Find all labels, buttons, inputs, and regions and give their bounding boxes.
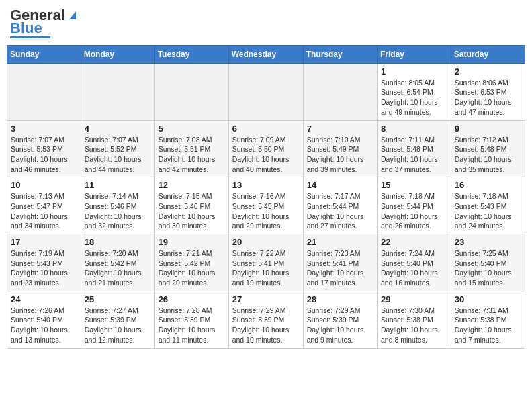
calendar-day-cell: 16Sunrise: 7:18 AM Sunset: 5:43 PM Dayli…	[451, 177, 525, 234]
day-info: Sunrise: 7:10 AM Sunset: 5:49 PM Dayligh…	[307, 135, 373, 175]
day-info: Sunrise: 8:05 AM Sunset: 6:54 PM Dayligh…	[381, 78, 447, 118]
day-number: 8	[381, 124, 447, 134]
day-number: 14	[307, 180, 373, 190]
calendar-day-cell: 11Sunrise: 7:14 AM Sunset: 5:46 PM Dayli…	[81, 177, 154, 234]
day-info: Sunrise: 7:08 AM Sunset: 5:51 PM Dayligh…	[159, 135, 225, 175]
calendar-day-cell: 6Sunrise: 7:09 AM Sunset: 5:50 PM Daylig…	[228, 120, 303, 177]
calendar-week-row: 17Sunrise: 7:19 AM Sunset: 5:43 PM Dayli…	[7, 234, 525, 291]
calendar-day-cell: 30Sunrise: 7:31 AM Sunset: 5:38 PM Dayli…	[451, 291, 525, 348]
day-number: 25	[85, 294, 151, 304]
calendar-header-monday: Monday	[81, 45, 154, 63]
logo-underline	[10, 36, 50, 38]
day-info: Sunrise: 7:29 AM Sunset: 5:39 PM Dayligh…	[307, 306, 373, 345]
day-number: 30	[455, 294, 521, 304]
logo: General Blue	[10, 7, 79, 38]
day-number: 24	[11, 294, 77, 304]
day-number: 15	[381, 180, 447, 190]
calendar-day-cell: 14Sunrise: 7:17 AM Sunset: 5:44 PM Dayli…	[303, 177, 377, 234]
day-info: Sunrise: 7:28 AM Sunset: 5:39 PM Dayligh…	[159, 306, 225, 345]
day-info: Sunrise: 7:12 AM Sunset: 5:48 PM Dayligh…	[455, 135, 521, 175]
day-number: 13	[232, 180, 300, 190]
calendar-day-cell: 24Sunrise: 7:26 AM Sunset: 5:40 PM Dayli…	[7, 291, 81, 348]
day-number: 9	[455, 124, 521, 134]
day-info: Sunrise: 7:15 AM Sunset: 5:46 PM Dayligh…	[159, 191, 225, 231]
day-info: Sunrise: 7:25 AM Sunset: 5:40 PM Dayligh…	[455, 248, 521, 288]
calendar-day-cell: 7Sunrise: 7:10 AM Sunset: 5:49 PM Daylig…	[303, 120, 377, 177]
day-number: 6	[232, 124, 300, 134]
calendar-header-wednesday: Wednesday	[228, 45, 303, 63]
day-info: Sunrise: 7:13 AM Sunset: 5:47 PM Dayligh…	[11, 191, 77, 231]
day-info: Sunrise: 7:31 AM Sunset: 5:38 PM Dayligh…	[455, 306, 521, 345]
calendar-day-cell: 2Sunrise: 8:06 AM Sunset: 6:53 PM Daylig…	[451, 63, 525, 120]
day-number: 1	[381, 66, 447, 77]
day-info: Sunrise: 7:20 AM Sunset: 5:42 PM Dayligh…	[85, 248, 151, 288]
day-number: 26	[159, 294, 225, 304]
calendar-day-cell: 13Sunrise: 7:16 AM Sunset: 5:45 PM Dayli…	[228, 177, 303, 234]
day-info: Sunrise: 7:24 AM Sunset: 5:40 PM Dayligh…	[381, 248, 447, 288]
day-info: Sunrise: 7:19 AM Sunset: 5:43 PM Dayligh…	[11, 248, 77, 288]
calendar-day-cell: 9Sunrise: 7:12 AM Sunset: 5:48 PM Daylig…	[451, 120, 525, 177]
calendar-header-friday: Friday	[378, 45, 451, 63]
calendar-day-cell: 23Sunrise: 7:25 AM Sunset: 5:40 PM Dayli…	[451, 234, 525, 291]
calendar-header-tuesday: Tuesday	[154, 45, 228, 63]
day-info: Sunrise: 7:09 AM Sunset: 5:50 PM Dayligh…	[232, 135, 300, 175]
page: General Blue SundayMondayTuesdayWednesda…	[0, 0, 532, 355]
day-info: Sunrise: 7:16 AM Sunset: 5:45 PM Dayligh…	[232, 191, 300, 231]
day-number: 12	[159, 180, 225, 190]
calendar-day-cell: 1Sunrise: 8:05 AM Sunset: 6:54 PM Daylig…	[378, 63, 451, 120]
day-info: Sunrise: 7:26 AM Sunset: 5:40 PM Dayligh…	[11, 306, 77, 345]
calendar-day-cell: 20Sunrise: 7:22 AM Sunset: 5:41 PM Dayli…	[228, 234, 303, 291]
day-number: 3	[11, 124, 77, 134]
day-info: Sunrise: 7:07 AM Sunset: 5:53 PM Dayligh…	[11, 135, 77, 175]
day-number: 21	[307, 237, 373, 247]
day-number: 17	[11, 237, 77, 247]
day-number: 22	[381, 237, 447, 247]
calendar-table: SundayMondayTuesdayWednesdayThursdayFrid…	[7, 45, 525, 349]
day-number: 28	[307, 294, 373, 304]
day-info: Sunrise: 7:07 AM Sunset: 5:52 PM Dayligh…	[85, 135, 151, 175]
calendar-day-cell: 18Sunrise: 7:20 AM Sunset: 5:42 PM Dayli…	[81, 234, 154, 291]
day-info: Sunrise: 8:06 AM Sunset: 6:53 PM Dayligh…	[455, 78, 521, 118]
day-info: Sunrise: 7:27 AM Sunset: 5:39 PM Dayligh…	[85, 306, 151, 345]
day-number: 27	[232, 294, 300, 304]
calendar-day-cell: 19Sunrise: 7:21 AM Sunset: 5:42 PM Dayli…	[154, 234, 228, 291]
calendar-day-cell: 5Sunrise: 7:08 AM Sunset: 5:51 PM Daylig…	[154, 120, 228, 177]
day-info: Sunrise: 7:14 AM Sunset: 5:46 PM Dayligh…	[85, 191, 151, 231]
calendar-day-cell	[303, 63, 377, 120]
calendar-day-cell: 21Sunrise: 7:23 AM Sunset: 5:41 PM Dayli…	[303, 234, 377, 291]
day-number: 29	[381, 294, 447, 304]
day-number: 5	[159, 124, 225, 134]
day-info: Sunrise: 7:11 AM Sunset: 5:48 PM Dayligh…	[381, 135, 447, 175]
calendar-day-cell: 4Sunrise: 7:07 AM Sunset: 5:52 PM Daylig…	[81, 120, 154, 177]
day-number: 7	[307, 124, 373, 134]
calendar-week-row: 3Sunrise: 7:07 AM Sunset: 5:53 PM Daylig…	[7, 120, 525, 177]
calendar-day-cell	[228, 63, 303, 120]
day-info: Sunrise: 7:21 AM Sunset: 5:42 PM Dayligh…	[159, 248, 225, 288]
day-number: 18	[85, 237, 151, 247]
calendar-day-cell	[81, 63, 154, 120]
day-info: Sunrise: 7:17 AM Sunset: 5:44 PM Dayligh…	[307, 191, 373, 231]
day-info: Sunrise: 7:23 AM Sunset: 5:41 PM Dayligh…	[307, 248, 373, 288]
calendar-day-cell: 15Sunrise: 7:18 AM Sunset: 5:44 PM Dayli…	[378, 177, 451, 234]
calendar-day-cell: 17Sunrise: 7:19 AM Sunset: 5:43 PM Dayli…	[7, 234, 81, 291]
calendar-header-row: SundayMondayTuesdayWednesdayThursdayFrid…	[7, 45, 525, 63]
logo-triangle-icon	[66, 9, 79, 21]
calendar-week-row: 1Sunrise: 8:05 AM Sunset: 6:54 PM Daylig…	[7, 63, 525, 120]
day-number: 20	[232, 237, 300, 247]
day-info: Sunrise: 7:30 AM Sunset: 5:38 PM Dayligh…	[381, 306, 447, 345]
day-number: 4	[85, 124, 151, 134]
header: General Blue	[7, 7, 525, 38]
day-number: 10	[11, 180, 77, 190]
calendar-header-thursday: Thursday	[303, 45, 377, 63]
calendar-day-cell: 22Sunrise: 7:24 AM Sunset: 5:40 PM Dayli…	[378, 234, 451, 291]
day-info: Sunrise: 7:29 AM Sunset: 5:39 PM Dayligh…	[232, 306, 300, 345]
day-number: 16	[455, 180, 521, 190]
calendar-day-cell	[154, 63, 228, 120]
calendar-day-cell: 29Sunrise: 7:30 AM Sunset: 5:38 PM Dayli…	[378, 291, 451, 348]
day-info: Sunrise: 7:22 AM Sunset: 5:41 PM Dayligh…	[232, 248, 300, 288]
calendar-day-cell: 27Sunrise: 7:29 AM Sunset: 5:39 PM Dayli…	[228, 291, 303, 348]
calendar-day-cell: 8Sunrise: 7:11 AM Sunset: 5:48 PM Daylig…	[378, 120, 451, 177]
calendar-day-cell: 26Sunrise: 7:28 AM Sunset: 5:39 PM Dayli…	[154, 291, 228, 348]
day-number: 19	[159, 237, 225, 247]
calendar-header-sunday: Sunday	[7, 45, 81, 63]
